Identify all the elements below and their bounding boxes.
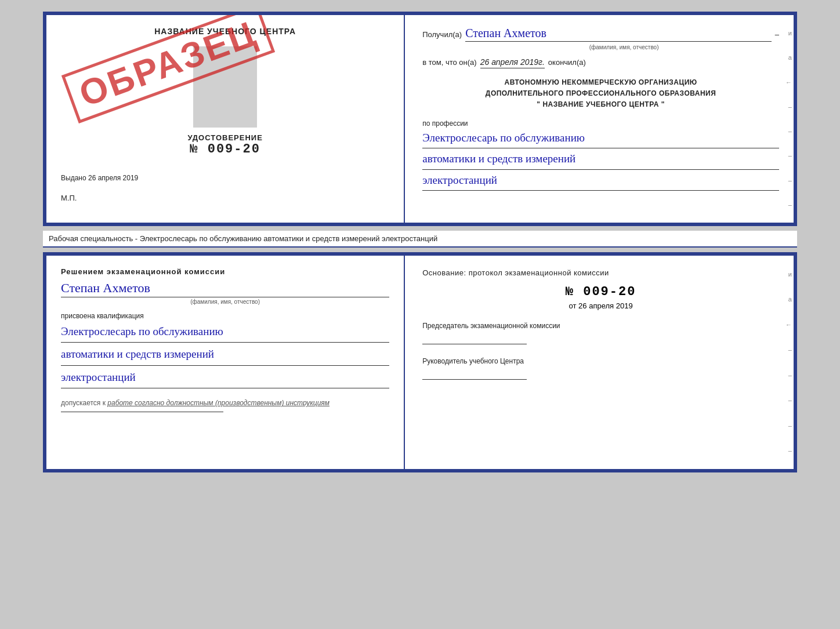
- dopuskaetsya-line: допускается к работе согласно должностны…: [61, 399, 389, 407]
- fio-label-top: (фамилия, имя, отчество): [469, 44, 779, 50]
- udostoverenie-number: № 009-20: [61, 142, 389, 157]
- vtom-date: 26 апреля 2019г.: [480, 57, 545, 68]
- predsedatel-sig-line: [422, 344, 527, 344]
- ot-prefix: от: [569, 301, 577, 310]
- ot-date: от 26 апреля 2019: [422, 301, 779, 310]
- photo-placeholder: [193, 46, 257, 128]
- right-decorative-bottom: и а ← – – – – –: [781, 256, 794, 469]
- vydano-line: Выдано 26 апреля 2019: [61, 174, 389, 182]
- cert-right-page: Получил(а) Степан Ахметов – (фамилия, им…: [405, 15, 794, 223]
- po-professii: по профессии: [422, 119, 779, 128]
- org-text: АВТОНОМНУЮ НЕКОММЕРЧЕСКУЮ ОРГАНИЗАЦИЮ ДО…: [422, 77, 779, 111]
- poluchil-line: Получил(а) Степан Ахметов –: [422, 27, 779, 42]
- osnovanie-label: Основание: протокол экзаменационной коми…: [422, 268, 609, 277]
- okonchil-label: окончил(а): [548, 58, 586, 67]
- udostoverenie-block: УДОСТОВЕРЕНИЕ № 009-20: [61, 133, 389, 157]
- udostoverenie-title: УДОСТОВЕРЕНИЕ: [61, 133, 389, 142]
- dopusk-italic: работе согласно должностным (производств…: [107, 399, 330, 407]
- prisvoena-text: присвоена квалификация: [61, 312, 389, 320]
- mp-line: М.П.: [61, 194, 389, 202]
- separator-text: Рабочая специальность - Электрослесарь п…: [49, 234, 437, 243]
- cert-bottom-right: Основание: протокол экзаменационной коми…: [405, 256, 794, 469]
- resheniem-title: Решением экзаменационной комиссии: [61, 267, 389, 276]
- qualification-line1: Электрослесарь по обслуживанию: [61, 323, 389, 343]
- cert-bottom-left: Решением экзаменационной комиссии Степан…: [46, 256, 405, 469]
- vtom-line: в том, что он(а) 26 апреля 2019г. окончи…: [422, 57, 779, 68]
- protocol-date: 26 апреля 2019: [578, 301, 633, 310]
- profession-line3: электростанций: [422, 172, 779, 191]
- poluchil-label: Получил(а): [422, 30, 462, 39]
- protocol-number: № 009-20: [422, 285, 779, 299]
- right-decorative-top: и а ← – – – – –: [781, 15, 794, 223]
- predsedatel-label: Председатель экзаменационной комиссии: [422, 321, 779, 331]
- dash-top: –: [775, 30, 779, 39]
- org-line3: " НАЗВАНИЕ УЧЕБНОГО ЦЕНТРА ": [537, 100, 664, 108]
- specialty-separator: Рабочая специальность - Электрослесарь п…: [43, 231, 797, 248]
- predsedatel-block: Председатель экзаменационной комиссии: [422, 321, 779, 344]
- cert-title: НАЗВАНИЕ УЧЕБНОГО ЦЕНТРА: [61, 27, 389, 36]
- cert-left-page: НАЗВАНИЕ УЧЕБНОГО ЦЕНТРА ОБРАЗЕЦ УДОСТОВ…: [46, 15, 405, 223]
- qualification-line2: автоматики и средств измерений: [61, 346, 389, 365]
- osnovanie-block: Основание: протокол экзаменационной коми…: [422, 267, 779, 279]
- fio-label-bottom: (фамилия, имя, отчество): [61, 299, 389, 305]
- rukovoditel-sig-line: [422, 379, 527, 380]
- rukovoditel-label: Руководитель учебного Центра: [422, 356, 779, 366]
- profession-line1: Электрослесарь по обслуживанию: [422, 130, 779, 149]
- vydano-label: Выдано: [61, 174, 86, 182]
- vydano-date: 26 апреля 2019: [88, 174, 138, 182]
- org-line1: АВТОНОМНУЮ НЕКОММЕРЧЕСКУЮ ОРГАНИЗАЦИЮ: [505, 78, 697, 86]
- top-certificate: НАЗВАНИЕ УЧЕБНОГО ЦЕНТРА ОБРАЗЕЦ УДОСТОВ…: [43, 12, 797, 226]
- dopusk-underline: [61, 412, 223, 412]
- dopusk-prefix: допускается к: [61, 399, 106, 407]
- person-name-top: Степан Ахметов: [465, 27, 772, 42]
- qualification-line3: электростанций: [61, 369, 389, 388]
- org-line2: ДОПОЛНИТЕЛЬНОГО ПРОФЕССИОНАЛЬНОГО ОБРАЗО…: [486, 89, 716, 97]
- vtom-label: в том, что он(а): [422, 58, 476, 67]
- bottom-certificate: Решением экзаменационной комиссии Степан…: [43, 252, 797, 472]
- document-container: НАЗВАНИЕ УЧЕБНОГО ЦЕНТРА ОБРАЗЕЦ УДОСТОВ…: [43, 12, 797, 472]
- rukovoditel-block: Руководитель учебного Центра: [422, 356, 779, 380]
- person-name-bottom: Степан Ахметов: [61, 281, 389, 297]
- profession-line2: автоматики и средств измерений: [422, 151, 779, 170]
